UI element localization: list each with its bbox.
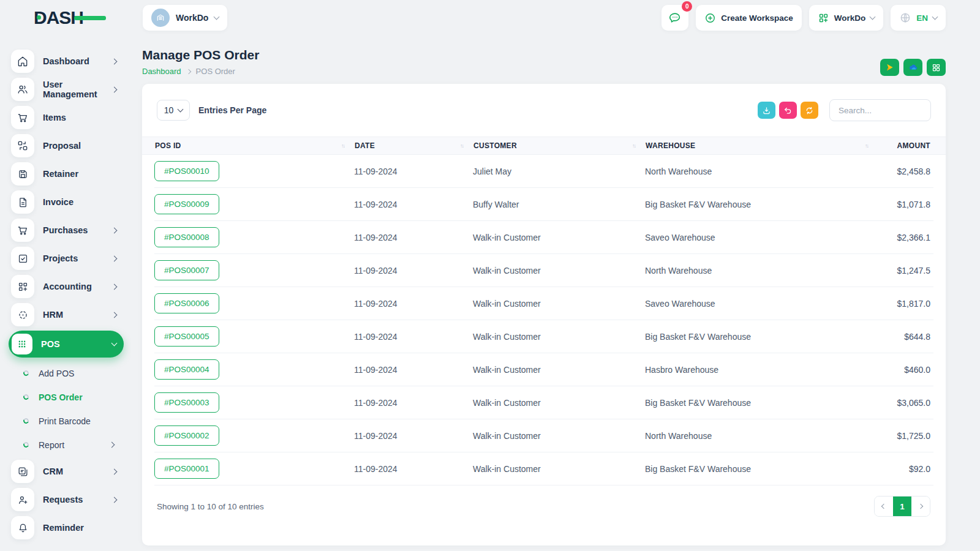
pos-id-link[interactable]: #POS00004 — [154, 359, 219, 380]
dots-grid-icon — [12, 334, 32, 354]
messages-button[interactable]: 0 — [662, 5, 688, 31]
sidebar-item-hrm[interactable]: HRM — [9, 302, 124, 327]
sidebar-item-projects[interactable]: Projects — [9, 246, 124, 271]
pos-id-link[interactable]: #POS00001 — [154, 459, 219, 479]
customer-name: Walk-in Customer — [473, 365, 645, 375]
users-icon — [11, 78, 34, 101]
chevron-right-icon — [111, 283, 118, 290]
language-label: EN — [916, 13, 928, 23]
order-date: 11-09-2024 — [354, 398, 473, 408]
warehouse-name: North Warehouse — [645, 266, 878, 276]
order-date: 11-09-2024 — [354, 299, 473, 309]
sort-icon: ↑↓ — [341, 143, 344, 149]
entries-per-page-select[interactable]: 10 — [157, 100, 190, 121]
undo-button[interactable] — [779, 102, 797, 119]
messages-badge: 0 — [682, 1, 692, 12]
customer-name: Walk-in Customer — [473, 266, 645, 276]
create-workspace-button[interactable]: Create Workspace — [696, 5, 802, 31]
sidebar-item-pos[interactable]: POS — [9, 331, 124, 358]
column-header-customer[interactable]: CUSTOMER ↑↓ — [473, 141, 645, 150]
pos-id-link[interactable]: #POS00003 — [154, 392, 219, 413]
pos-id-link[interactable]: #POS00010 — [154, 161, 219, 181]
pos-id-link[interactable]: #POS00002 — [154, 425, 219, 446]
customer-name: Walk-in Customer — [473, 398, 645, 408]
top-bar: DASH WorkDo 0 — [0, 0, 980, 36]
chevron-down-icon — [870, 14, 876, 20]
logo-green-dot — [37, 15, 41, 20]
sidebar-item-items[interactable]: Items — [9, 105, 124, 130]
language-selector[interactable]: EN — [891, 5, 946, 31]
file-invoice-icon — [11, 190, 34, 214]
sidebar-item-invoice[interactable]: Invoice — [9, 190, 124, 214]
column-header-date[interactable]: DATE ↑↓ — [354, 141, 473, 150]
customer-name: Juliet May — [473, 167, 645, 176]
chevron-right-icon — [109, 442, 115, 448]
pos-submenu: Add POS POS Order Print Barcode Report — [9, 361, 124, 457]
pagination: 1 — [874, 496, 930, 517]
order-amount: $1,725.0 — [878, 431, 933, 441]
pagination-page-1[interactable]: 1 — [893, 496, 911, 517]
column-header-warehouse[interactable]: WAREHOUSE ↑↓ — [645, 141, 878, 150]
workspace-name: WorkDo — [176, 13, 208, 23]
sidebar-subitem-add-pos[interactable]: Add POS — [9, 361, 124, 385]
sidebar-item-user-management[interactable]: User Management — [9, 77, 124, 102]
grid-plus-icon — [11, 275, 34, 298]
order-amount: $1,817.0 — [878, 299, 933, 309]
sidebar-item-purchases[interactable]: Purchases — [9, 218, 124, 242]
sidebar-item-retainer[interactable]: Retainer — [9, 162, 124, 186]
pagination-next-button[interactable] — [911, 496, 930, 517]
order-date: 11-09-2024 — [354, 167, 473, 176]
sidebar-subitem-report[interactable]: Report — [9, 433, 124, 457]
main-content: Manage POS Order Dashboard POS Order — [142, 36, 946, 551]
brand-logo[interactable]: DASH — [34, 7, 101, 28]
bullet-icon — [23, 394, 30, 401]
order-date: 11-09-2024 — [354, 365, 473, 375]
sidebar-item-reminder[interactable]: Reminder — [9, 515, 124, 540]
onedrive-export-button[interactable] — [903, 59, 922, 76]
sidebar-subitem-pos-order[interactable]: POS Order — [9, 385, 124, 409]
pos-id-link[interactable]: #POS00006 — [154, 293, 219, 313]
chevron-right-icon — [186, 69, 190, 73]
order-amount: $1,247.5 — [878, 266, 933, 276]
sidebar-item-requests[interactable]: Requests — [9, 487, 124, 512]
table-row: #POS00005 11-09-2024 Walk-in Customer Bi… — [154, 320, 933, 353]
search-input[interactable] — [829, 99, 931, 121]
grid-view-button[interactable] — [927, 59, 946, 76]
swap-squares-icon — [11, 134, 34, 157]
building-avatar-icon — [156, 13, 165, 23]
warehouse-name: Big Basket F&V Warehouse — [645, 200, 878, 209]
sidebar-item-dashboard[interactable]: Dashboard — [9, 49, 124, 73]
onedrive-cloud-icon — [908, 62, 919, 73]
page-title: Manage POS Order — [142, 48, 259, 62]
refresh-button[interactable] — [801, 102, 818, 119]
entries-per-page-label: Entries Per Page — [198, 105, 266, 115]
order-amount: $2,366.1 — [878, 233, 933, 242]
chat-square-icon — [11, 460, 34, 483]
sidebar-item-accounting[interactable]: Accounting — [9, 274, 124, 299]
bell-icon — [11, 516, 34, 539]
pos-id-link[interactable]: #POS00009 — [154, 194, 219, 214]
sidebar-item-crm[interactable]: CRM — [9, 459, 124, 484]
column-header-amount[interactable]: AMOUNT — [878, 141, 933, 150]
breadcrumb-dashboard-link[interactable]: Dashboard — [142, 67, 181, 76]
pos-id-link[interactable]: #POS00005 — [154, 326, 219, 347]
pagination-prev-button[interactable] — [875, 496, 893, 517]
pos-id-link[interactable]: #POS00008 — [154, 227, 219, 247]
workdo-menu-label: WorkDo — [834, 13, 866, 23]
chevron-right-icon — [111, 312, 118, 318]
chevron-down-icon — [214, 14, 220, 20]
workspace-switcher[interactable]: WorkDo — [143, 5, 227, 31]
drive-export-button[interactable] — [880, 59, 899, 76]
workdo-menu-button[interactable]: WorkDo — [809, 5, 884, 31]
customer-name: Walk-in Customer — [473, 299, 645, 309]
table-row: #POS00009 11-09-2024 Buffy Walter Big Ba… — [154, 188, 933, 221]
workspace-avatar — [151, 9, 170, 27]
customer-name: Walk-in Customer — [473, 332, 645, 342]
order-date: 11-09-2024 — [354, 266, 473, 276]
column-header-pos-id[interactable]: POS ID ↑↓ — [154, 141, 354, 150]
export-download-button[interactable] — [758, 102, 775, 119]
sidebar-item-proposal[interactable]: Proposal — [9, 133, 124, 158]
table-footer: Showing 1 to 10 of 10 entries 1 — [142, 487, 946, 526]
pos-id-link[interactable]: #POS00007 — [154, 260, 219, 280]
sidebar-subitem-print-barcode[interactable]: Print Barcode — [9, 409, 124, 433]
